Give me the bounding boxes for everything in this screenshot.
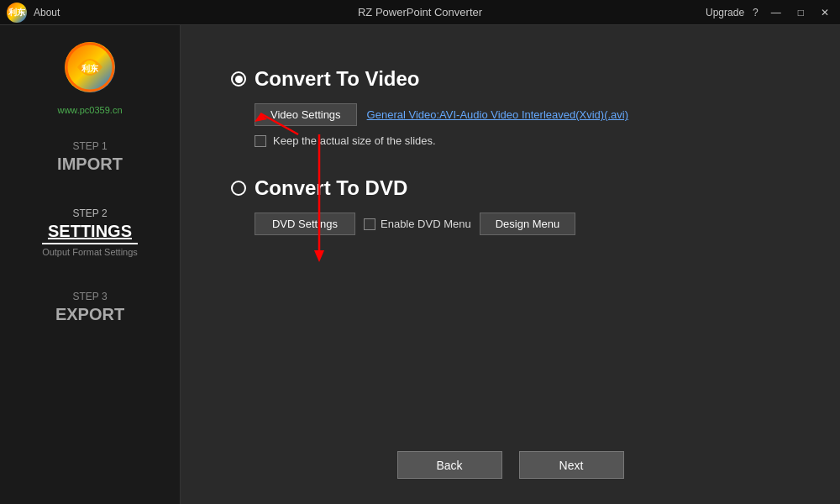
video-controls: Video Settings General Video:AVI-Audio V… [231, 103, 790, 147]
next-button[interactable]: Next [519, 451, 624, 479]
step3-name: EXPORT [55, 305, 124, 324]
sidebar-website: www.pc0359.cn [57, 105, 122, 115]
step2-name: SETTINGS [42, 222, 138, 244]
svg-text:利东: 利东 [81, 64, 99, 73]
video-settings-button[interactable]: Video Settings [255, 103, 357, 126]
back-button[interactable]: Back [397, 451, 502, 479]
enable-dvd-menu-label: Enable DVD Menu [381, 218, 471, 230]
sidebar-step2: STEP 2 SETTINGS Output Format Settings [42, 207, 138, 257]
enable-dvd-menu-row: Enable DVD Menu [364, 218, 471, 230]
main-layout: 利东 www.pc0359.cn STEP 1 IMPORT STEP 2 SE… [0, 25, 840, 504]
sidebar: 利东 www.pc0359.cn STEP 1 IMPORT STEP 2 SE… [0, 25, 181, 504]
app-logo: 利东 [7, 3, 27, 23]
step2-desc: Output Format Settings [42, 247, 138, 257]
step2-label: STEP 2 [42, 207, 138, 219]
title-bar-left: 利东 About [7, 3, 60, 23]
title-bar-controls: Upgrade ? — □ ✕ [706, 5, 833, 20]
sidebar-logo: 利东 [65, 42, 115, 92]
title-bar: 利东 About RZ PowerPoint Converter Upgrade… [0, 0, 840, 25]
dvd-title-text: Convert To DVD [255, 176, 407, 200]
minimize-button[interactable]: — [767, 5, 785, 20]
keep-size-row: Keep the actual size of the slides. [255, 134, 790, 147]
sidebar-step1: STEP 1 IMPORT [57, 140, 123, 174]
maximize-button[interactable]: □ [794, 5, 808, 20]
window-title: RZ PowerPoint Converter [358, 6, 482, 18]
keep-size-checkbox[interactable] [255, 135, 266, 147]
enable-dvd-menu-checkbox[interactable] [364, 218, 375, 230]
design-menu-button[interactable]: Design Menu [480, 213, 576, 235]
upgrade-link[interactable]: Upgrade [706, 7, 744, 18]
close-button[interactable]: ✕ [816, 5, 833, 20]
video-format-link[interactable]: General Video:AVI-Audio Video Interleave… [367, 108, 628, 121]
bottom-bar: Back Next [181, 451, 840, 479]
video-radio[interactable] [231, 71, 246, 87]
convert-to-video-section: Convert To Video Video Settings General … [231, 67, 790, 147]
keep-size-label: Keep the actual size of the slides. [273, 134, 436, 147]
content-area: Convert To Video Video Settings General … [181, 25, 840, 504]
convert-to-dvd-title: Convert To DVD [231, 176, 790, 200]
convert-to-dvd-section: Convert To DVD DVD Settings Enable DVD M… [231, 176, 790, 235]
dvd-controls: DVD Settings Enable DVD Menu Design Menu [231, 213, 790, 235]
convert-to-video-title: Convert To Video [231, 67, 790, 91]
dvd-radio[interactable] [231, 181, 246, 196]
step3-label: STEP 3 [55, 291, 124, 302]
step1-label: STEP 1 [57, 140, 123, 152]
video-title-text: Convert To Video [255, 67, 419, 91]
video-settings-row: Video Settings General Video:AVI-Audio V… [255, 103, 790, 126]
about-link[interactable]: About [34, 7, 60, 18]
dvd-settings-button[interactable]: DVD Settings [255, 213, 355, 235]
sidebar-step3: STEP 3 EXPORT [55, 291, 124, 324]
dvd-settings-row: DVD Settings Enable DVD Menu Design Menu [255, 213, 790, 235]
help-icon[interactable]: ? [753, 7, 759, 18]
svg-marker-6 [314, 250, 324, 262]
step1-name: IMPORT [57, 155, 123, 174]
